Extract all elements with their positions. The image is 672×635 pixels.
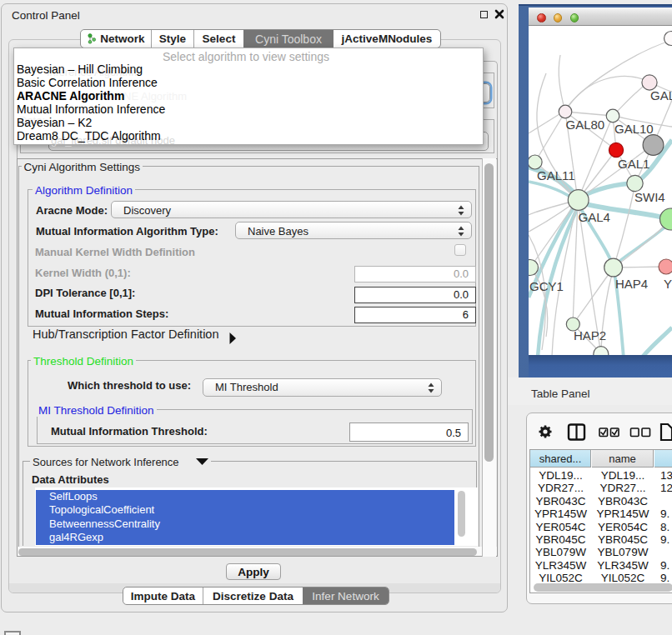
svg-text:YN: YN (664, 277, 672, 291)
svg-text:GAL11: GAL11 (537, 168, 575, 182)
svg-text:GAL4: GAL4 (579, 210, 610, 224)
svg-text:GCY1: GCY1 (529, 279, 564, 293)
svg-text:GAL2: GAL2 (650, 88, 672, 102)
svg-text:HAP2: HAP2 (574, 328, 606, 342)
svg-text:GAL80: GAL80 (566, 118, 605, 132)
svg-text:SWI4: SWI4 (634, 190, 665, 204)
svg-text:HAP4: HAP4 (615, 277, 648, 291)
svg-text:GAL10: GAL10 (614, 122, 654, 136)
svg-text:GAL1: GAL1 (618, 157, 649, 171)
